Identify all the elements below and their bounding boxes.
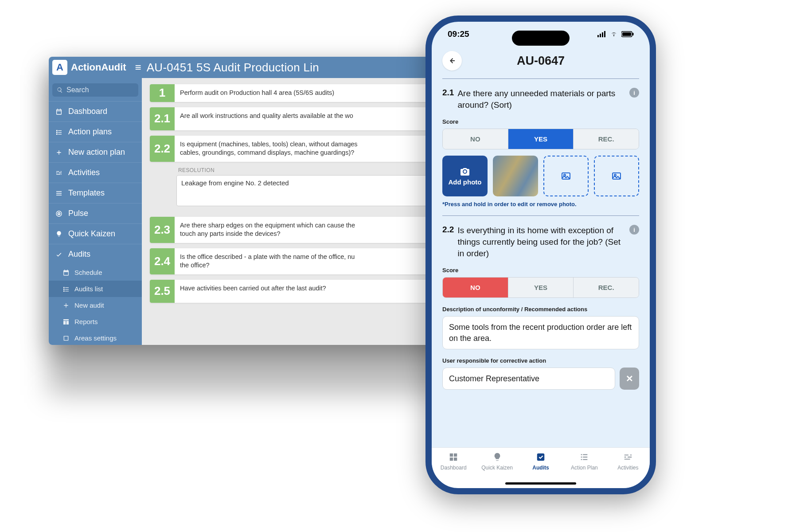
svg-rect-10 <box>622 32 631 36</box>
question-number: 2.1 <box>442 88 454 98</box>
tab-label: Activities <box>617 465 638 471</box>
sidebar-item-dashboard[interactable]: Dashboard <box>49 101 142 121</box>
plus-icon <box>62 302 70 309</box>
mobile-question: 2.1 Are there any unneeded materials or … <box>442 88 639 216</box>
question-number: 1 <box>150 84 175 102</box>
tab-label: Audits <box>532 465 549 471</box>
photo-row: Add photo <box>442 156 639 196</box>
tab-label: Action Plan <box>571 465 598 471</box>
score-no[interactable]: NO <box>443 129 508 149</box>
phone-mockup: 09:25 AU-0647 2.1 Are there any unneeded… <box>425 16 656 494</box>
square-icon <box>62 335 70 342</box>
question-number: 2.3 <box>150 217 175 243</box>
info-icon[interactable]: i <box>629 225 639 235</box>
sidebar-item-pulse[interactable]: Pulse <box>49 203 142 223</box>
phone-title: AU-0647 <box>442 54 639 68</box>
sidebar-item-audits[interactable]: Audits <box>49 244 142 264</box>
signal-icon <box>597 31 606 37</box>
photo-placeholder[interactable] <box>543 156 589 196</box>
menu-toggle-icon[interactable]: ≡ <box>135 61 141 74</box>
score-no[interactable]: NO <box>443 278 508 297</box>
svg-rect-17 <box>537 454 545 461</box>
svg-rect-7 <box>602 32 603 37</box>
svg-rect-11 <box>632 33 634 35</box>
sidebar-item-label: Reports <box>74 318 98 325</box>
sidebar-item-templates[interactable]: Templates <box>49 183 142 203</box>
sidebar-item-label: Audits list <box>74 285 103 293</box>
mobile-question: 2.2 Is everything in its home with excep… <box>442 225 639 390</box>
score-segment: NO YES REC. <box>442 129 639 149</box>
status-icons <box>597 31 634 37</box>
sidebar-sub-areas-settings[interactable]: Areas settings <box>49 330 142 345</box>
bulb-icon <box>55 231 63 238</box>
sidebar-item-label: Pulse <box>68 209 88 218</box>
score-yes[interactable]: YES <box>508 278 574 297</box>
sidebar-item-activities[interactable]: Activities <box>49 162 142 183</box>
description-input[interactable]: Some tools from the recent production or… <box>442 316 639 349</box>
question-text: Is everything in its home with exception… <box>457 225 626 259</box>
sliders-icon <box>55 169 63 176</box>
add-photo-button[interactable]: Add photo <box>442 156 488 196</box>
sidebar-item-action-plans[interactable]: Action plans <box>49 121 142 142</box>
status-time: 09:25 <box>448 29 469 39</box>
tab-label: Quick Kaizen <box>481 465 513 471</box>
sidebar-item-label: Quick Kaizen <box>68 229 115 239</box>
dynamic-island <box>512 31 570 46</box>
photo-thumbnail[interactable] <box>493 156 538 196</box>
sidebar-item-label: Areas settings <box>74 334 117 342</box>
search-placeholder: Search <box>66 86 89 94</box>
description-value: Some tools from the recent production or… <box>449 323 632 342</box>
sidebar: Search Dashboard Action plans New action… <box>49 78 142 345</box>
lines-icon <box>55 190 63 197</box>
photo-placeholder[interactable] <box>594 156 639 196</box>
plus-icon <box>55 149 63 156</box>
sidebar-sub-schedule[interactable]: Schedule <box>49 264 142 281</box>
battery-icon <box>621 31 634 37</box>
home-indicator <box>505 482 576 485</box>
divider <box>442 215 639 216</box>
score-rec[interactable]: REC. <box>573 129 639 149</box>
phone-body: 2.1 Are there any unneeded materials or … <box>432 78 650 397</box>
sidebar-item-label: New action plan <box>68 148 125 157</box>
sidebar-item-quick-kaizen[interactable]: Quick Kaizen <box>49 223 142 244</box>
svg-rect-8 <box>604 31 605 37</box>
svg-rect-6 <box>600 34 601 37</box>
svg-rect-5 <box>597 35 599 37</box>
clear-button[interactable]: ✕ <box>620 368 639 390</box>
tab-label: Dashboard <box>441 465 467 471</box>
sidebar-item-label: Schedule <box>74 269 102 276</box>
info-icon[interactable]: i <box>629 88 639 98</box>
list-icon <box>55 129 63 136</box>
calendar-icon <box>62 269 70 276</box>
sidebar-item-label: Action plans <box>68 127 112 137</box>
sidebar-sub-new-audit[interactable]: New audit <box>49 297 142 313</box>
user-input[interactable]: Customer Representative <box>442 368 615 390</box>
description-label: Description of unconformity / Recommende… <box>442 306 639 313</box>
calendar-icon <box>55 108 63 115</box>
phone-header: AU-0647 <box>432 47 650 78</box>
brand-name: ActionAudit <box>71 62 126 73</box>
user-value: Customer Representative <box>449 374 539 383</box>
sidebar-item-label: Templates <box>68 188 105 198</box>
tab-dashboard[interactable]: Dashboard <box>432 452 475 488</box>
question-text: Are there any unneeded materials or part… <box>457 88 626 110</box>
photo-hint: *Press and hold in order to edit or remo… <box>442 201 639 207</box>
user-label: User responsible for corrective action <box>442 357 639 364</box>
sidebar-item-label: New audit <box>74 301 104 309</box>
target-icon <box>55 210 63 217</box>
sidebar-item-new-action-plan[interactable]: New action plan <box>49 142 142 162</box>
sidebar-item-label: Dashboard <box>68 107 107 116</box>
score-label: Score <box>442 267 639 274</box>
tab-activities[interactable]: Activities <box>606 452 650 488</box>
sidebar-sub-audits-list[interactable]: Audits list <box>49 281 142 297</box>
search-input[interactable]: Search <box>52 83 138 97</box>
wifi-icon <box>609 31 618 37</box>
check-icon <box>55 251 63 258</box>
score-yes[interactable]: YES <box>508 129 574 149</box>
page-title: AU-0451 5S Audit Production Lin <box>147 61 319 74</box>
app-logo: A <box>52 60 67 75</box>
score-rec[interactable]: REC. <box>573 278 639 297</box>
sidebar-sub-reports[interactable]: Reports <box>49 313 142 330</box>
resolution-value: Leakage from engine No. 2 detected <box>181 179 289 187</box>
add-photo-label: Add photo <box>448 179 481 186</box>
